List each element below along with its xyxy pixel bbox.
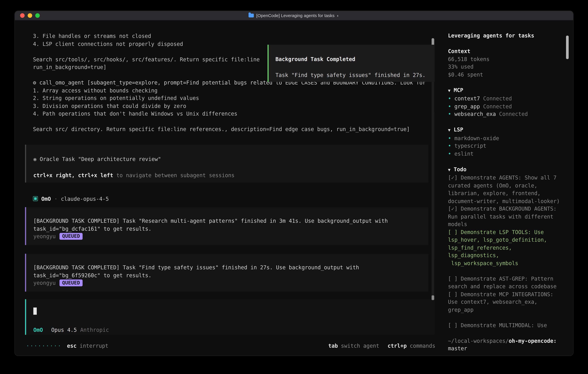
gear-icon: ⚙ [33, 80, 36, 86]
message-author: yeongyu [33, 233, 56, 240]
background-task-message: [BACKGROUND TASK COMPLETED] Task "Resear… [25, 207, 429, 245]
mcp-status: Connected [499, 111, 528, 117]
lsp-item: • eslint [448, 150, 566, 158]
desktop: [OpenCode] Leveraging agents for tasks ◐… [0, 0, 588, 374]
text-cursor [33, 307, 37, 315]
interrupt-shortcut: esc interrupt [67, 342, 108, 350]
chevron-down-icon: ▼ [448, 88, 451, 93]
background-task-message: [BACKGROUND TASK COMPLETED] Task "Find t… [25, 254, 429, 291]
traffic-lights [20, 13, 40, 18]
status-bar: ········· esc interrupt tab switch agent… [26, 342, 435, 350]
tab-action-label: switch agent [341, 342, 379, 350]
zoom-button[interactable] [35, 13, 40, 18]
todo-heading[interactable]: ▼ Todo [448, 165, 566, 174]
bullet-icon: • [448, 151, 451, 157]
chat-scrollback: 3. File handles or streams not closed 4.… [15, 21, 442, 356]
workspace-path-prefix: ~/local-workspaces/ [448, 338, 509, 344]
lsp-name: eslint [454, 151, 473, 157]
titlebar[interactable]: [OpenCode] Leveraging agents for tasks ◐ [15, 11, 573, 21]
todo-item: [ ] Demonstrate MULTIMODAL: Use [448, 321, 566, 329]
input-model-name: Opus 4.5 [51, 326, 77, 334]
workspace-repo: oh-my-opencode: [509, 338, 556, 344]
todo-item: [ ] Demonstrate MCP INTEGRATIONS: Use co… [448, 290, 566, 313]
checkbox-icon [33, 196, 38, 201]
context-heading: Context [448, 47, 566, 55]
esc-action-label: interrupt [80, 342, 108, 350]
chevron-down-icon: ▼ [448, 167, 451, 172]
mcp-item: • websearch_exa Connected [448, 110, 566, 118]
mcp-name: websearch_exa [454, 111, 496, 117]
esc-key-label: esc [67, 342, 76, 350]
agent-model: claude-opus-4-5 [61, 195, 109, 203]
mcp-heading-label: MCP [454, 87, 463, 93]
agent-name: OmO [41, 195, 51, 203]
toast-body: Task "Find type safety issues" finished … [275, 71, 435, 79]
message-body: [BACKGROUND TASK COMPLETED] Task "Find t… [33, 264, 428, 279]
lsp-heading-label: LSP [454, 126, 463, 133]
todo-item-active: [ ] Demonstrate LSP TOOLS: Use lsp_hover… [448, 228, 566, 267]
message-meta: yeongyu QUEUED [33, 279, 428, 287]
mcp-heading[interactable]: ▼ MCP [448, 86, 566, 95]
message-author: yeongyu [33, 279, 56, 287]
todo-heading-label: Todo [454, 166, 466, 172]
minimize-button[interactable] [28, 13, 32, 18]
context-tokens: 66,518 tokens [448, 55, 566, 63]
shortcut-hints: tab switch agent ctrl+p commands [328, 342, 435, 350]
window-content: 3. File handles or streams not closed 4.… [15, 21, 573, 356]
terminal-window: [OpenCode] Leveraging agents for tasks ◐… [14, 10, 574, 356]
tool-call-item: 2. String operations on potentially unde… [25, 94, 442, 102]
separator-dot: · [54, 195, 57, 203]
subagent-nav-hint: ctrl+x right, ctrl+x left to navigate be… [33, 172, 428, 179]
tool-call-item: 3. Division operations that could divide… [25, 102, 442, 110]
mcp-status: Connected [483, 95, 512, 102]
todo-item: [ ] Demonstrate AST-GREP: Pattern search… [448, 275, 566, 290]
bullet-icon: • [448, 143, 451, 149]
mcp-item: • grep_app Connected [448, 102, 566, 110]
workspace-branch: master [448, 345, 566, 353]
input-meta: OmO Opus 4.5 Anthropic [33, 326, 109, 334]
bullet-icon: • [448, 95, 451, 102]
ctrlp-key-label: ctrl+p [388, 342, 407, 350]
input-agent-name: OmO [33, 326, 43, 334]
context-used: 33% used [448, 63, 566, 71]
close-button[interactable] [20, 13, 25, 18]
record-dot-icon: ◉ [33, 156, 36, 162]
prompt-input[interactable]: OmO Opus 4.5 Anthropic [25, 299, 435, 335]
mcp-name: grep_app [454, 103, 480, 109]
mcp-status: Connected [483, 103, 512, 109]
commands-shortcut: ctrl+p commands [388, 342, 435, 350]
lsp-item: • markdown-oxide [448, 134, 566, 142]
bullet-icon: • [448, 135, 451, 141]
spinner-icon: ········· [26, 342, 62, 350]
mcp-name: context7 [454, 95, 480, 102]
tool-call-item: 4. Path operations that don't handle Win… [25, 110, 442, 118]
input-provider-name: Anthropic [80, 326, 109, 334]
agent-header: OmO · claude-opus-4-5 [33, 195, 442, 203]
folder-icon [249, 14, 254, 17]
window-title-text: [OpenCode] Leveraging agents for tasks [256, 12, 335, 20]
bullet-icon: • [448, 103, 451, 109]
sidebar-scrollbar-thumb[interactable] [566, 36, 569, 59]
workspace-path: ~/local-workspaces/oh-my-opencode: [448, 337, 566, 345]
session-title: Leveraging agents for tasks [448, 32, 566, 40]
session-sidebar: Leveraging agents for tasks Context 66,5… [442, 21, 573, 356]
todo-item: [✓] Demonstrate AGENTS: Show all 7 curat… [448, 174, 566, 205]
hint-text: to navigate between subagent sessions [113, 172, 234, 178]
switch-agent-shortcut: tab switch agent [328, 342, 379, 350]
sidebar-scrollbar[interactable] [566, 26, 569, 352]
context-spent: $0.46 spent [448, 71, 566, 78]
oracle-task-title-text: Oracle Task "Deep architecture review" [40, 156, 161, 162]
hint-keys: ctrl+x right, ctrl+x left [33, 172, 113, 178]
lsp-item: • typescript [448, 142, 566, 150]
message-body: [BACKGROUND TASK COMPLETED] Task "Resear… [33, 217, 428, 232]
queued-badge: QUEUED [60, 280, 83, 286]
lsp-name: typescript [454, 143, 486, 149]
lsp-name: markdown-oxide [454, 135, 499, 141]
main-scrollbar-marker[interactable] [431, 295, 434, 300]
bullet-icon: • [448, 111, 451, 117]
lsp-heading[interactable]: ▼ LSP [448, 126, 566, 134]
mcp-item: • context7 Connected [448, 95, 566, 103]
session-state-icon: ◐ [337, 12, 339, 20]
todo-item: [✓] Demonstrate BACKGROUND AGENTS: Run p… [448, 205, 566, 228]
ctrlp-action-label: commands [410, 342, 435, 350]
